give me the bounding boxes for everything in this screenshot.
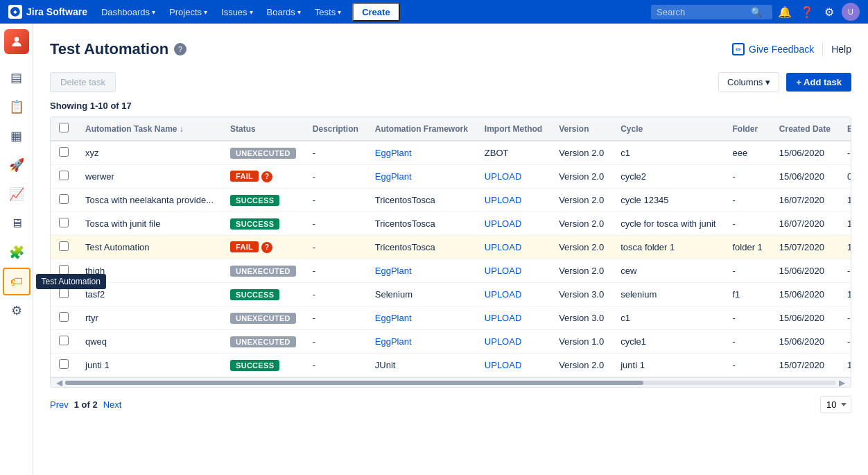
search-icon[interactable]: 🔍	[751, 7, 762, 17]
create-button[interactable]: Create	[352, 3, 399, 21]
row-exec: 15/C	[839, 354, 851, 377]
logo[interactable]: Jira Software	[8, 5, 87, 19]
sidebar-settings[interactable]: ⚙	[3, 297, 31, 325]
row-status: SUCCESS	[222, 189, 304, 212]
col-header-name: Automation Task Name ↓	[77, 117, 222, 141]
row-name: Test Automation	[77, 236, 222, 259]
sidebar-addons[interactable]: 🧩	[3, 239, 31, 266]
row-checkbox-5[interactable]	[59, 265, 69, 275]
sidebar-backlog[interactable]: 📋	[3, 93, 31, 121]
row-import-method[interactable]: UPLOAD	[476, 236, 550, 259]
row-checkbox-6[interactable]	[59, 288, 69, 298]
settings-nav-icon[interactable]: ⚙	[819, 2, 839, 21]
row-checkbox-7[interactable]	[59, 312, 69, 322]
row-checkbox-4[interactable]	[59, 241, 69, 251]
col-header-folder: Folder	[724, 117, 770, 141]
col-header-exec: Exec	[839, 117, 851, 141]
row-checkbox-0[interactable]	[59, 147, 69, 157]
row-framework[interactable]: EggPlant	[367, 165, 476, 189]
nav-dashboards[interactable]: Dashboards ▾	[96, 0, 161, 24]
row-checkbox-3[interactable]	[59, 218, 69, 227]
page-help-icon[interactable]: ?	[174, 43, 186, 55]
sidebar-board[interactable]: ▤	[3, 64, 31, 92]
row-checkbox-1[interactable]	[59, 171, 69, 180]
table-row: thjghUNEXECUTED-EggPlantUPLOADVersion 2.…	[51, 259, 851, 283]
scroll-right-arrow[interactable]: ▶	[839, 378, 845, 388]
row-import-method[interactable]: UPLOAD	[476, 212, 550, 236]
row-cycle: selenium	[612, 283, 724, 306]
row-checkbox-2[interactable]	[59, 194, 69, 204]
help-nav-icon[interactable]: ❓	[797, 2, 817, 21]
scroll-left-arrow[interactable]: ◀	[56, 378, 62, 388]
row-cycle: tosca folder 1	[612, 236, 724, 259]
row-status: UNEXECUTED	[222, 259, 304, 283]
sidebar-reports[interactable]: ▦	[3, 122, 31, 150]
toolbar: Delete task Columns ▾ + Add task	[50, 72, 851, 92]
nav-issues[interactable]: Issues ▾	[216, 0, 259, 24]
row-folder: -	[724, 165, 770, 189]
prev-page-link[interactable]: Prev	[50, 399, 69, 410]
notifications-icon[interactable]: 🔔	[775, 2, 795, 21]
table-row: tasf2SUCCESS-SeleniumUPLOADVersion 3.0se…	[51, 283, 851, 306]
select-all-checkbox[interactable]	[59, 123, 69, 132]
sidebar-analytics[interactable]: 📈	[3, 180, 31, 208]
scroll-track[interactable]	[65, 381, 836, 385]
status-badge: SUCCESS	[230, 218, 279, 230]
sidebar-project-icon[interactable]	[3, 29, 31, 57]
sidebar-pages[interactable]: 🖥	[3, 209, 31, 237]
row-framework: TricentosTosca	[367, 189, 476, 212]
nav-tests[interactable]: Tests ▾	[309, 0, 347, 24]
row-framework[interactable]: EggPlant	[367, 330, 476, 354]
question-mark-icon[interactable]: ?	[261, 171, 272, 182]
row-checkbox-cell	[51, 330, 77, 354]
row-framework[interactable]: EggPlant	[367, 141, 476, 165]
row-created-date: 15/06/2020	[771, 330, 839, 354]
row-framework[interactable]: EggPlant	[367, 259, 476, 283]
nav-boards[interactable]: Boards ▾	[261, 0, 306, 24]
question-mark-icon[interactable]: ?	[261, 242, 272, 253]
row-import-method[interactable]: UPLOAD	[476, 283, 550, 306]
row-import-method[interactable]: UPLOAD	[476, 259, 550, 283]
delete-task-button[interactable]: Delete task	[50, 72, 116, 92]
search-input[interactable]	[657, 7, 747, 17]
per-page-select[interactable]: 10 20 50	[820, 396, 851, 413]
row-description: -	[304, 212, 367, 236]
help-link[interactable]: Help	[831, 44, 851, 55]
row-created-date: 15/06/2020	[771, 259, 839, 283]
page-title: Test Automation	[50, 40, 168, 58]
row-import-method[interactable]: UPLOAD	[476, 189, 550, 212]
row-checkbox-9[interactable]	[59, 359, 69, 369]
row-import-method[interactable]: UPLOAD	[476, 354, 550, 377]
row-checkbox-cell	[51, 141, 77, 165]
row-import-method[interactable]: UPLOAD	[476, 165, 550, 189]
row-folder: -	[724, 330, 770, 354]
page-info: 1 of 2	[74, 399, 98, 410]
row-exec: -	[839, 141, 851, 165]
nav-projects[interactable]: Projects ▾	[164, 0, 213, 24]
row-checkbox-cell	[51, 354, 77, 377]
columns-button[interactable]: Columns ▾	[718, 72, 779, 92]
sidebar-releases[interactable]: 🚀	[3, 151, 31, 179]
table-row: rtyrUNEXECUTED-EggPlantUPLOADVersion 3.0…	[51, 306, 851, 330]
svg-point-0	[14, 37, 19, 42]
next-page-link[interactable]: Next	[103, 399, 122, 410]
status-badge: SUCCESS	[230, 289, 279, 300]
row-checkbox-8[interactable]	[59, 336, 69, 345]
row-name: rtyr	[77, 306, 222, 330]
row-exec: -	[839, 330, 851, 354]
sidebar-test-automation[interactable]: 🏷 Test Automation	[3, 268, 31, 295]
horizontal-scrollbar[interactable]: ◀ ▶	[51, 377, 851, 387]
add-task-button[interactable]: + Add task	[786, 73, 851, 92]
avatar[interactable]: U	[842, 3, 860, 21]
settings-sidebar-icon: ⚙	[11, 303, 22, 318]
row-framework[interactable]: EggPlant	[367, 306, 476, 330]
dashboards-chevron: ▾	[152, 8, 155, 16]
row-description: -	[304, 354, 367, 377]
row-import-method[interactable]: UPLOAD	[476, 306, 550, 330]
row-checkbox-cell	[51, 189, 77, 212]
row-description: -	[304, 236, 367, 259]
give-feedback-button[interactable]: ✏ Give Feedback	[732, 43, 814, 55]
row-import-method[interactable]: UPLOAD	[476, 330, 550, 354]
status-badge: SUCCESS	[230, 360, 279, 371]
row-status: FAIL?	[222, 165, 304, 189]
